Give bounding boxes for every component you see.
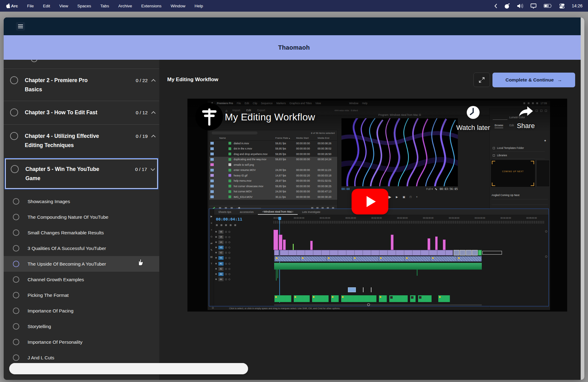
menubar-item[interactable]: Arc	[11, 4, 18, 8]
apple-icon[interactable]	[6, 3, 10, 9]
premiere-timeline: ▶≡+◇⇄✎▤T Sheets tipsaccessoriesWindows s…	[209, 209, 549, 306]
lesson-row[interactable]: The Upside Of Becoming A YouTuber	[4, 256, 159, 272]
clip-framerate: 59,95 fps	[275, 147, 296, 150]
watch-later-button[interactable]: Watch later	[451, 105, 496, 132]
type-tool-icon: T	[211, 262, 212, 265]
clip-thumbnail	[210, 169, 214, 172]
chapter-row[interactable]: Chapter 4 - Utilizing Effective Editing …	[4, 124, 159, 157]
media-type-icon	[228, 147, 231, 150]
lesson-row[interactable]: 3 Qualities Of A Successful YouTuber	[4, 240, 159, 256]
bin-row: heavy ID.gif 14,67 fps 00:00:02:20 00:00…	[209, 173, 337, 178]
chevron-toggle-icon[interactable]	[151, 135, 156, 139]
track-badge: A3	[218, 272, 224, 276]
clip-framerate: 30,11 fps	[275, 195, 296, 199]
chapter-list: Chapter 2 - Premiere Pro Basics 0 / 22 C…	[4, 69, 159, 189]
lesson-label: Importance Of Personality	[28, 339, 82, 345]
clip-name: hot corner.MOV	[231, 190, 275, 193]
menubar-item[interactable]: Spaces	[77, 4, 91, 8]
clip-thumbnail	[210, 180, 214, 182]
video-track-header: V4	[215, 240, 273, 245]
chevron-toggle-icon[interactable]	[151, 111, 156, 115]
chapter-title: Chapter 4 - Utilizing Effective Editing …	[25, 131, 115, 150]
menubar-item[interactable]: Extensions	[141, 4, 161, 8]
chapter-row[interactable]: Chapter 5 - Win The YouTube Game 0 / 17	[5, 158, 158, 189]
chapter-row[interactable]: Chapter 2 - Premiere Pro Basics 0 / 22	[4, 69, 159, 101]
video-track-header: V5	[215, 234, 273, 240]
ruler-label: 00:00:30:00	[294, 217, 304, 219]
youtube-player[interactable]: Premiere ProFileEditClipSequenceMarkersG…	[187, 99, 567, 312]
menubar-item[interactable]: Archive	[118, 4, 132, 8]
control-center-icon[interactable]	[559, 3, 565, 9]
track-badge: V1	[218, 256, 224, 260]
ruler-label: 00:01:30:00	[345, 217, 356, 219]
timeline-tools: ▶≡+◇⇄✎▤T	[209, 209, 214, 306]
hand-icon: ▤	[210, 255, 213, 258]
chevron-toggle-icon[interactable]	[151, 167, 155, 171]
share-button[interactable]: Share	[506, 105, 546, 130]
clip-media-start: 00:00:00:00	[296, 179, 318, 182]
clip-thumbnail	[210, 163, 214, 166]
lesson-row[interactable]: Showcasing Images	[4, 194, 159, 209]
play-button[interactable]	[352, 189, 388, 214]
clip-name: hot corner showcase.mov	[231, 185, 275, 188]
lesson-row[interactable]: Picking The Format	[4, 287, 159, 303]
bin-column-headers: NameFrame RateMedia StartMedia End	[209, 136, 337, 141]
clip-thumbnail	[210, 153, 214, 155]
lesson-progress-circle	[13, 214, 19, 220]
track-badge: V3	[218, 246, 224, 249]
clip-media-end: 00:00:08:26	[318, 142, 337, 145]
complete-button-label: Complete & Continue	[505, 77, 554, 83]
coming-up-next-preview: COMING UP NEXT	[491, 160, 535, 187]
ruler-label: 00:04:30:00	[500, 217, 511, 219]
lesson-row[interactable]: Storytelling	[4, 319, 159, 334]
lesson-progress-circle	[13, 245, 19, 252]
clip-media-end: 00:00:03:18	[318, 174, 337, 177]
menubar-item[interactable]: Window	[171, 4, 185, 8]
chapter-count: 0 / 22	[136, 76, 152, 85]
complete-continue-button[interactable]: Complete & Continue →	[492, 73, 575, 87]
horizontal-scrollbar-pill[interactable]	[9, 363, 248, 374]
chapter-progress-circle	[10, 108, 18, 116]
lesson-row[interactable]: Channel Growth Examples	[4, 272, 159, 287]
video-track-header: V2	[215, 250, 273, 255]
clip-media-end: 00:00:08:25	[318, 185, 337, 188]
lesson-row[interactable]: The Compounding Nature Of YouTube	[4, 209, 159, 225]
channel-avatar[interactable]	[195, 103, 223, 130]
menubar-item[interactable]: File	[27, 4, 34, 8]
lesson-row[interactable]: Importance Of Personality	[4, 334, 159, 350]
sequence-tab: accessories	[236, 209, 258, 215]
clock-time: 14:26	[572, 3, 582, 8]
bin-row: hot corner.MOV 24,00 fps 00:00:00:00 00:…	[209, 189, 337, 195]
chevron-toggle-icon[interactable]	[151, 79, 156, 83]
menubar-item[interactable]: Help	[194, 4, 203, 8]
chapter-count: 0 / 17	[135, 165, 151, 174]
clip-framerate: 14,67 fps	[275, 174, 296, 177]
timeline-timecode: 00:00:04:11	[216, 217, 242, 221]
bin-row: dialed in.mov 59,81 fps 00:00:00:00 00:0…	[209, 141, 337, 146]
volume-icon[interactable]	[517, 3, 523, 9]
media-type-icon	[228, 163, 231, 166]
video-title[interactable]: My Editing Workflow	[225, 112, 315, 123]
menubar-item[interactable]: Tabs	[100, 4, 109, 8]
media-type-icon	[228, 185, 231, 187]
menubar-item[interactable]: Edit	[43, 4, 50, 8]
app-status-icon[interactable]	[504, 3, 510, 9]
screen-mirroring-icon[interactable]	[530, 3, 537, 9]
clip-media-start: 00:00:00:00	[296, 147, 318, 150]
lesson-row[interactable]: Small Changes Remarkable Results	[4, 225, 159, 240]
chevron-left-icon[interactable]	[494, 4, 497, 8]
page-scrollbar[interactable]	[581, 17, 584, 380]
expand-button[interactable]	[473, 73, 490, 87]
hamburger-menu-icon[interactable]	[16, 22, 25, 31]
battery-icon[interactable]	[544, 4, 552, 8]
selection-tool-icon: ▶	[210, 215, 212, 218]
chapter-row[interactable]: Chapter 3 - How To Edit Fast 0 / 12	[4, 101, 159, 124]
media-type-icon	[228, 153, 231, 155]
lesson-row[interactable]: Importance Of Pacing	[4, 303, 159, 319]
menubar-item[interactable]: View	[59, 4, 68, 8]
clip-thumbnail	[210, 195, 214, 198]
lesson-progress-circle	[13, 308, 19, 314]
lesson-label: Channel Growth Examples	[28, 277, 84, 282]
bin-row: emails to self.png	[209, 162, 337, 168]
window-header	[4, 17, 584, 35]
